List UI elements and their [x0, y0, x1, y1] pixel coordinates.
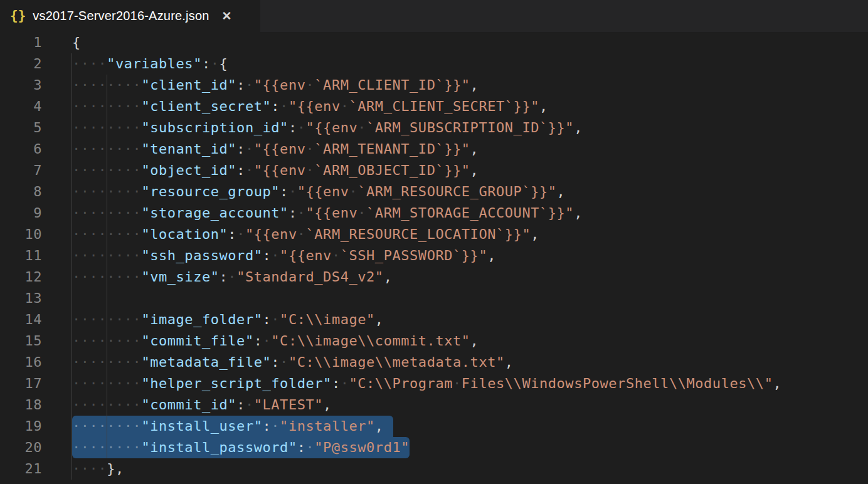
code-text: ········"resource_group":·"{{env·`ARM_RE… [72, 181, 565, 203]
code-area: 1{2····"variables":·{3········"client_id… [0, 32, 868, 480]
line-number: 16 [0, 352, 42, 373]
code-text: ········"install_user":·"installer", [72, 416, 384, 437]
code-text: ····"variables":·{ [72, 53, 228, 75]
line-number: 5 [0, 117, 42, 139]
code-line[interactable]: 11········"ssh_password":·"{{env·`SSH_PA… [0, 245, 868, 266]
code-line[interactable]: 6········"tenant_id":·"{{env·`ARM_TENANT… [0, 139, 868, 160]
line-number: 10 [0, 224, 42, 245]
line-number: 18 [0, 394, 42, 416]
line-number: 9 [0, 203, 42, 224]
line-number: 3 [0, 75, 42, 96]
code-line[interactable]: 17········"helper_script_folder":·"C:\\P… [0, 373, 868, 394]
tab-bar: {} vs2017-Server2016-Azure.json ✕ [0, 0, 868, 32]
code-text: ········"ssh_password":·"{{env·`SSH_PASS… [72, 245, 496, 266]
code-line[interactable]: 9········"storage_account":·"{{env·`ARM_… [0, 203, 868, 224]
code-text: ········"object_id":·"{{env·`ARM_OBJECT_… [72, 160, 479, 181]
code-text: ········"tenant_id":·"{{env·`ARM_TENANT_… [72, 139, 479, 160]
code-line[interactable]: 5········"subscription_id":·"{{env·`ARM_… [0, 117, 868, 139]
code-text: ········"client_id":·"{{env·`ARM_CLIENT_… [72, 75, 479, 96]
line-number: 21 [0, 458, 42, 480]
line-number: 13 [0, 288, 42, 309]
line-number: 15 [0, 330, 42, 352]
line-number: 8 [0, 181, 42, 203]
line-number: 2 [0, 53, 42, 75]
code-line[interactable]: 20········"install_password":·"P@ssw0rd1… [0, 437, 868, 458]
line-number: 19 [0, 416, 42, 437]
code-line[interactable]: 18········"commit_id":·"LATEST", [0, 394, 868, 416]
line-number: 14 [0, 309, 42, 330]
code-line[interactable]: 21····}, [0, 458, 868, 480]
code-line[interactable]: 4········"client_secret":·"{{env·`ARM_CL… [0, 96, 868, 117]
code-line[interactable]: 8········"resource_group":·"{{env·`ARM_R… [0, 181, 868, 203]
code-text: ········"client_secret":·"{{env·`ARM_CLI… [72, 96, 548, 117]
code-text: ········"subscription_id":·"{{env·`ARM_S… [72, 117, 583, 139]
line-number: 17 [0, 373, 42, 394]
code-text: { [72, 32, 81, 53]
code-line[interactable]: 10········"location":·"{{env·`ARM_RESOUR… [0, 224, 868, 245]
code-line[interactable]: 7········"object_id":·"{{env·`ARM_OBJECT… [0, 160, 868, 181]
code-line[interactable]: 2····"variables":·{ [0, 53, 868, 75]
code-text: ········"storage_account":·"{{env·`ARM_S… [72, 203, 583, 224]
code-editor[interactable]: 1{2····"variables":·{3········"client_id… [0, 32, 868, 484]
code-text: ········"commit_id":·"LATEST", [72, 394, 332, 416]
code-text: ········"helper_script_folder":·"C:\\Pro… [72, 373, 781, 394]
code-line[interactable]: 1{ [0, 32, 868, 53]
line-number: 6 [0, 139, 42, 160]
line-number: 7 [0, 160, 42, 181]
code-text: ········"vm_size":·"Standard_DS4_v2", [72, 266, 392, 288]
code-line[interactable]: 3········"client_id":·"{{env·`ARM_CLIENT… [0, 75, 868, 96]
tab-label: vs2017-Server2016-Azure.json [33, 9, 209, 23]
code-line[interactable]: 12········"vm_size":·"Standard_DS4_v2", [0, 266, 868, 288]
code-text: ········"metadata_file":·"C:\\image\\met… [72, 352, 514, 373]
code-line[interactable]: 14········"image_folder":·"C:\\image", [0, 309, 868, 330]
code-text: ········"commit_file":·"C:\\image\\commi… [72, 330, 479, 352]
code-text: ········"install_password":·"P@ssw0rd1" [72, 437, 410, 458]
json-file-icon: {} [10, 9, 26, 23]
line-number: 4 [0, 96, 42, 117]
code-text: ········"image_folder":·"C:\\image", [72, 309, 384, 330]
code-text: ····}, [72, 458, 124, 480]
line-number: 12 [0, 266, 42, 288]
code-text: ········"location":·"{{env·`ARM_RESOURCE… [72, 224, 539, 245]
line-number: 1 [0, 32, 42, 53]
tab-close-icon[interactable]: ✕ [222, 10, 232, 22]
code-line[interactable]: 16········"metadata_file":·"C:\\image\\m… [0, 352, 868, 373]
tab-vs2017-server2016-azure-json[interactable]: {} vs2017-Server2016-Azure.json ✕ [0, 0, 260, 32]
code-line[interactable]: 15········"commit_file":·"C:\\image\\com… [0, 330, 868, 352]
code-line[interactable]: 19········"install_user":·"installer", [0, 416, 868, 437]
line-number: 11 [0, 245, 42, 266]
line-number: 20 [0, 437, 42, 458]
code-line[interactable]: 13 [0, 288, 868, 309]
